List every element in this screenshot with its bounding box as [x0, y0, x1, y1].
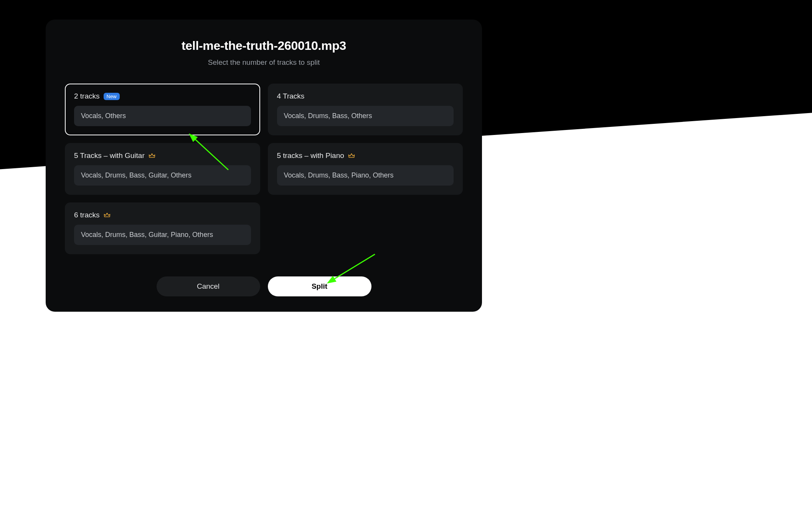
option-header: 2 tracksNew	[74, 92, 251, 100]
option-title: 6 tracks	[74, 211, 100, 219]
modal-title: tell-me-the-truth-260010.mp3	[65, 39, 463, 53]
option-description: Vocals, Drums, Bass, Guitar, Others	[74, 165, 251, 186]
option-description: Vocals, Others	[74, 106, 251, 126]
new-badge: New	[104, 93, 120, 100]
option-card[interactable]: 5 tracks – with PianoVocals, Drums, Bass…	[268, 143, 463, 195]
split-modal: tell-me-the-truth-260010.mp3 Select the …	[46, 20, 482, 312]
crown-icon	[348, 152, 355, 159]
crown-icon	[104, 212, 111, 219]
option-title: 2 tracks	[74, 92, 100, 100]
option-title: 5 tracks – with Piano	[277, 151, 344, 160]
option-description: Vocals, Drums, Bass, Piano, Others	[277, 165, 454, 186]
option-title: 5 Tracks – with Guitar	[74, 151, 145, 160]
split-button[interactable]: Split	[268, 276, 371, 296]
option-description: Vocals, Drums, Bass, Others	[277, 106, 454, 126]
option-header: 5 Tracks – with Guitar	[74, 151, 251, 160]
option-description: Vocals, Drums, Bass, Guitar, Piano, Othe…	[74, 225, 251, 245]
modal-subtitle: Select the number of tracks to split	[65, 58, 463, 67]
option-header: 6 tracks	[74, 211, 251, 219]
options-grid: 2 tracksNewVocals, Others4 TracksVocals,…	[65, 84, 463, 265]
option-card[interactable]: 4 TracksVocals, Drums, Bass, Others	[268, 84, 463, 135]
option-card[interactable]: 5 Tracks – with GuitarVocals, Drums, Bas…	[65, 143, 260, 195]
option-card[interactable]: 6 tracksVocals, Drums, Bass, Guitar, Pia…	[65, 202, 260, 254]
option-header: 5 tracks – with Piano	[277, 151, 454, 160]
crown-icon	[149, 152, 155, 159]
cancel-button[interactable]: Cancel	[157, 276, 260, 296]
option-title: 4 Tracks	[277, 92, 305, 100]
modal-footer: Cancel Split	[65, 276, 463, 296]
option-card[interactable]: 2 tracksNewVocals, Others	[65, 84, 260, 135]
option-header: 4 Tracks	[277, 92, 454, 100]
